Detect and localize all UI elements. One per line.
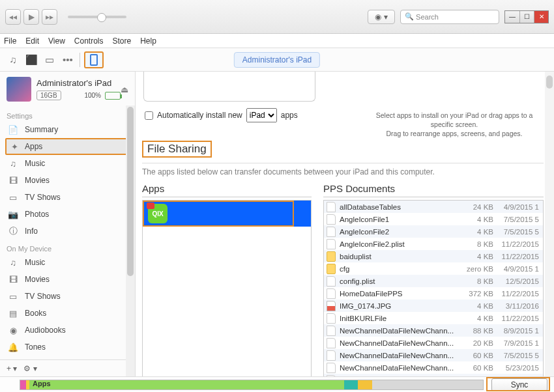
sidebar-gear-icon[interactable]: ⚙ ▾ (23, 364, 36, 373)
usage-label: Apps (33, 380, 51, 387)
prev-button[interactable]: ◂◂ (5, 9, 21, 25)
device-tab[interactable] (84, 51, 104, 68)
sidebar-item-tv-shows[interactable]: ▭TV Shows (0, 189, 135, 206)
file-size: 8 KB (458, 277, 493, 285)
sidebar-item-label: Movies (25, 275, 50, 284)
file-icon (327, 326, 336, 336)
file-icon (327, 227, 336, 237)
auto-install-checkbox[interactable] (145, 111, 153, 120)
menubar: File Edit View Controls Store Help (0, 34, 554, 48)
document-row[interactable]: IMG_0174.JPG4 KB3/11/2016 (324, 300, 543, 312)
sidebar-item-label: Books (25, 309, 46, 318)
file-icon (327, 202, 336, 212)
document-row[interactable]: NewChannelDataFileNewChann...60 KB7/5/20… (324, 349, 543, 361)
sidebar-footer: + ▾ ⚙ ▾ (0, 359, 135, 376)
file-date: 11/22/2015 (497, 253, 540, 260)
sidebar-item-info[interactable]: ⓘInfo (0, 223, 135, 240)
next-button[interactable]: ▸▸ (42, 9, 57, 25)
apple-logo-icon (265, 5, 289, 29)
minimize-button[interactable]: — (505, 11, 519, 23)
sidebar-item-summary[interactable]: 📄Summary (0, 121, 135, 138)
file-size: 4 KB (458, 228, 493, 236)
menu-controls[interactable]: Controls (74, 36, 104, 46)
content-scrollbar[interactable] (545, 72, 554, 376)
file-date: 11/22/2015 (497, 290, 540, 298)
file-name: AngleIconFile2.plist (340, 240, 454, 248)
document-row[interactable]: allDatabaseTables24 KB4/9/2015 1 (324, 201, 543, 213)
apps-list[interactable]: QIX (142, 200, 312, 376)
more-tab-icon[interactable]: ••• (59, 53, 77, 67)
file-icon (327, 251, 336, 262)
sidebar-item-icon: 📷 (8, 210, 18, 219)
document-row[interactable]: AngleIconFile14 KB7/5/2015 5 (324, 213, 543, 225)
sidebar-item-movies[interactable]: 🎞Movies (0, 172, 135, 189)
document-row[interactable]: InitBKURLFile4 KB11/22/2015 (324, 312, 543, 324)
sidebar-item-audiobooks[interactable]: ◉Audiobooks (0, 322, 135, 339)
search-input[interactable]: 🔍 Search (400, 10, 499, 24)
file-icon (327, 214, 336, 225)
document-row[interactable]: baiduplist4 KB11/22/2015 (324, 250, 543, 262)
sidebar-item-tones[interactable]: 🔔Tones (0, 339, 135, 356)
sidebar-item-photos[interactable]: 📷Photos (0, 206, 135, 223)
sidebar-item-icon: ▤ (8, 309, 18, 318)
menu-help[interactable]: Help (140, 36, 156, 46)
file-name: NewChannelDataFileNewChann... (340, 327, 454, 335)
eject-icon[interactable]: ⏏ (121, 85, 128, 94)
document-row[interactable]: HomeDataFilePPS372 KB11/22/2015 (324, 287, 543, 300)
file-date: 7/5/2015 5 (497, 228, 540, 236)
document-row[interactable]: NewChannelDataFileNewChann...88 KB8/9/20… (324, 324, 543, 337)
document-row[interactable]: AngleIconFile24 KB7/5/2015 5 (324, 225, 543, 238)
file-name: AngleIconFile1 (340, 216, 454, 223)
file-date: 5/23/2015 (497, 364, 540, 372)
documents-column-header: PPS Documents (323, 183, 544, 197)
apps-column-header: Apps (142, 183, 312, 197)
add-playlist-button[interactable]: + ▾ (7, 364, 17, 373)
documents-list[interactable]: allDatabaseTables24 KB4/9/2015 1AngleIco… (323, 200, 544, 376)
document-row[interactable]: AngleIconFile2.plist8 KB11/22/2015 (324, 238, 543, 250)
movies-tab-icon[interactable]: ⬛ (22, 53, 40, 67)
sidebar-item-movies[interactable]: 🎞Movies (0, 271, 135, 288)
close-button[interactable]: ✕ (534, 11, 548, 23)
sidebar-item-label: Info (25, 227, 38, 236)
sidebar-item-label: Photos (25, 210, 49, 219)
tv-tab-icon[interactable]: ▭ (40, 53, 59, 67)
auto-install-suffix: apps (281, 111, 298, 120)
file-name: allDatabaseTables (340, 203, 454, 211)
document-row[interactable]: config.plist8 KB12/5/2015 (324, 275, 543, 287)
auto-install-select[interactable]: iPad (246, 108, 277, 122)
settings-section-label: Settings (0, 107, 135, 121)
sidebar-item-books[interactable]: ▤Books (0, 305, 135, 322)
play-button[interactable]: ▶ (23, 9, 39, 25)
document-row[interactable]: NewChannelDataFileNewChann...60 KB5/23/2… (324, 361, 543, 374)
sidebar-item-tv-shows[interactable]: ▭TV Shows (0, 288, 135, 305)
document-row[interactable]: cfgzero KB4/9/2015 1 (324, 262, 543, 275)
sidebar-item-music[interactable]: ♫Music (0, 254, 135, 271)
sidebar-item-icon: ✦ (9, 142, 20, 152)
file-size: 24 KB (458, 203, 493, 211)
file-icon (327, 276, 336, 287)
sidebar-item-label: Music (25, 258, 45, 267)
storage-usage-bar[interactable] (20, 380, 484, 390)
music-tab-icon[interactable]: ♫ (4, 53, 22, 67)
sidebar-scrollbar[interactable] (126, 105, 135, 376)
menu-edit[interactable]: Edit (25, 36, 39, 46)
sidebar-item-apps[interactable]: ✦Apps (5, 138, 130, 155)
volume-slider[interactable] (68, 16, 126, 18)
file-size: 4 KB (458, 216, 493, 223)
capacity-badge: 16GB (36, 91, 61, 100)
document-row[interactable]: NewChannelDataFileNewChann...20 KB7/9/20… (324, 337, 543, 349)
menu-store[interactable]: Store (113, 36, 132, 46)
sidebar-item-music[interactable]: ♫Music (0, 155, 135, 172)
account-button[interactable]: ◉ ▾ (368, 10, 395, 24)
maximize-button[interactable]: ☐ (519, 11, 534, 23)
file-size: 20 KB (458, 339, 493, 347)
sidebar-item-label: Movies (25, 176, 50, 185)
device-name-pill[interactable]: Administrator's iPad (234, 52, 320, 68)
file-size: zero KB (458, 265, 493, 273)
file-icon (327, 288, 336, 299)
sync-button[interactable]: Sync (491, 378, 547, 391)
menu-file[interactable]: File (4, 36, 16, 46)
menu-view[interactable]: View (48, 36, 65, 46)
app-row-selected[interactable]: QIX (143, 201, 311, 227)
battery-percent: 100% (84, 92, 101, 99)
